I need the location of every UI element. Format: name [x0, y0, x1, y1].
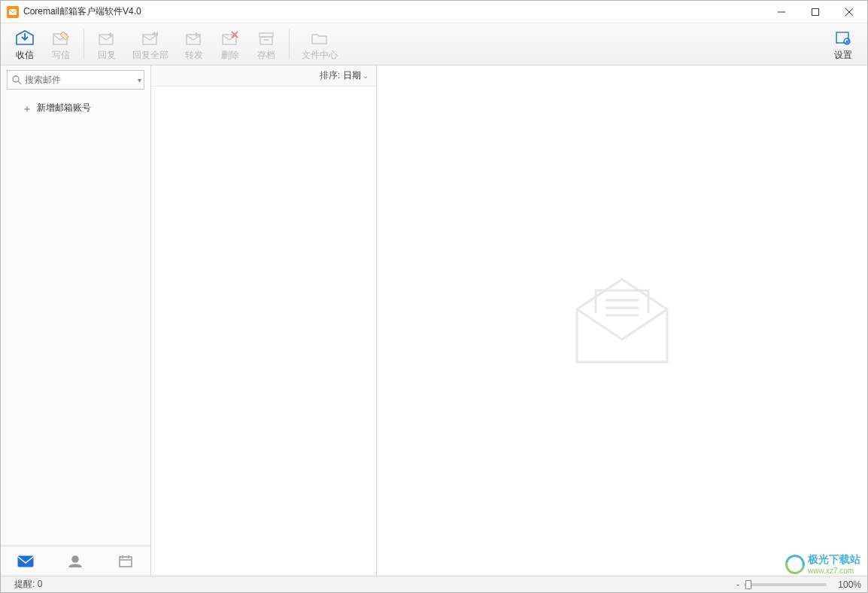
reminder-label: 提醒:: [14, 579, 35, 589]
receive-label: 收信: [16, 49, 34, 62]
zoom-slider[interactable]: [744, 583, 827, 586]
svg-line-19: [18, 81, 21, 84]
compose-button[interactable]: 写信: [43, 26, 79, 63]
search-input[interactable]: [25, 75, 138, 85]
sidebar: ▾ ＋ 新增邮箱账号: [1, 65, 151, 576]
svg-point-17: [846, 40, 848, 41]
status-left: 提醒: 0: [7, 578, 736, 591]
reply-icon: [97, 29, 117, 48]
delete-label: 删除: [221, 49, 239, 62]
svg-rect-2: [812, 8, 818, 15]
preview-pane: [377, 65, 867, 576]
reminder-count: 0: [38, 579, 43, 589]
app-window: Coremail邮箱客户端软件V4.0 收信 写信 回复: [0, 0, 868, 593]
reply-all-button[interactable]: 回复全部: [125, 26, 176, 63]
reply-button[interactable]: 回复: [89, 26, 125, 63]
forward-icon: [184, 29, 204, 48]
receive-button[interactable]: 收信: [7, 26, 43, 63]
plus-icon: ＋: [22, 103, 32, 114]
app-icon: [7, 6, 19, 18]
titlebar: Coremail邮箱客户端软件V4.0: [1, 1, 867, 23]
message-list-panel: 排序: 日期 ⌄: [151, 65, 377, 576]
reply-all-label: 回复全部: [132, 49, 168, 62]
delete-button[interactable]: 删除: [212, 26, 248, 63]
folder-tree: ＋ 新增邮箱账号: [1, 94, 150, 546]
archive-button[interactable]: 存档: [248, 26, 284, 63]
sort-value[interactable]: 日期: [343, 69, 361, 82]
svg-point-21: [72, 556, 78, 562]
svg-rect-13: [260, 37, 272, 44]
add-account-item[interactable]: ＋ 新增邮箱账号: [1, 97, 150, 119]
forward-label: 转发: [185, 49, 203, 62]
zoom-minus[interactable]: -: [736, 579, 739, 590]
tab-mail[interactable]: [1, 546, 50, 576]
svg-rect-0: [9, 9, 17, 15]
compose-label: 写信: [52, 49, 70, 62]
toolbar: 收信 写信 回复 回复全部 转发: [1, 23, 867, 65]
zoom-controls: - 100%: [736, 579, 861, 590]
search-icon: [12, 75, 22, 85]
envelope-placeholder-icon: [569, 272, 675, 369]
minimize-button[interactable]: [764, 2, 798, 23]
toolbar-separator: [83, 29, 84, 59]
file-center-button[interactable]: 文件中心: [294, 26, 345, 63]
file-center-label: 文件中心: [302, 49, 338, 62]
compose-mail-icon: [51, 29, 71, 48]
maximize-button[interactable]: [798, 2, 832, 23]
window-title: Coremail邮箱客户端软件V4.0: [23, 5, 764, 18]
reply-label: 回复: [98, 49, 116, 62]
tab-contacts[interactable]: [50, 546, 100, 576]
add-account-label: 新增邮箱账号: [37, 102, 91, 114]
statusbar: 提醒: 0 - 100%: [1, 576, 867, 592]
chevron-down-icon[interactable]: ⌄: [363, 71, 369, 80]
reply-all-icon: [141, 29, 160, 48]
search-box[interactable]: ▾: [7, 70, 144, 90]
zoom-thumb[interactable]: [745, 580, 751, 589]
svg-rect-12: [259, 33, 273, 37]
tab-calendar[interactable]: [101, 546, 150, 576]
settings-label: 设置: [834, 49, 852, 62]
message-list: [151, 87, 376, 576]
svg-point-18: [13, 76, 19, 82]
list-header: 排序: 日期 ⌄: [151, 65, 376, 87]
zoom-value: 100%: [831, 579, 861, 590]
forward-button[interactable]: 转发: [176, 26, 212, 63]
receive-mail-icon: [15, 29, 35, 48]
folder-icon: [310, 29, 329, 48]
main-area: ▾ ＋ 新增邮箱账号: [1, 65, 867, 576]
archive-icon: [256, 29, 276, 48]
window-controls: [764, 2, 866, 23]
svg-rect-22: [120, 557, 132, 567]
sidebar-tabs: [1, 546, 150, 576]
toolbar-separator: [289, 29, 290, 59]
settings-button[interactable]: 设置: [825, 26, 861, 63]
svg-rect-20: [18, 556, 33, 567]
sort-label: 排序:: [320, 69, 340, 82]
delete-icon: [220, 29, 240, 48]
archive-label: 存档: [257, 49, 275, 62]
settings-icon: [834, 29, 852, 48]
close-button[interactable]: [832, 2, 866, 23]
search-dropdown-icon[interactable]: ▾: [138, 76, 141, 84]
